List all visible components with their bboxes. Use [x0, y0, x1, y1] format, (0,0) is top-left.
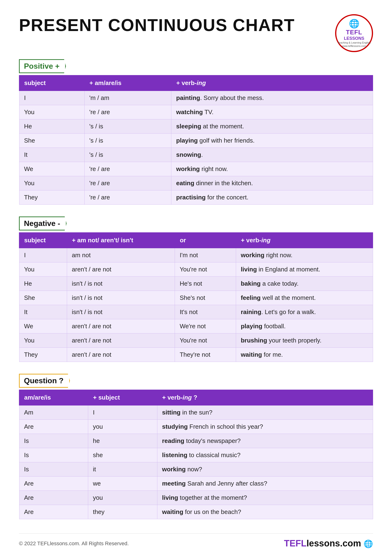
pos-subject: I	[19, 91, 84, 105]
table-row: You aren't / are not You're not brushing…	[19, 333, 373, 348]
positive-header-row: subject + am/are/is + verb-ing	[19, 75, 373, 91]
negative-header-row: subject + am not/ aren't/ isn't or + ver…	[19, 233, 373, 248]
pos-example: playing golf with her friends.	[171, 134, 373, 148]
neg-am-not: aren't / are not	[67, 348, 175, 362]
globe-icon: 🌐	[349, 19, 359, 29]
logo-subtitle: Teaching & Learning English www.teflless…	[337, 41, 371, 48]
pos-example: working right now.	[171, 162, 373, 176]
pos-subject: They	[19, 190, 84, 205]
neg-col-verbing: + verb-ing	[236, 233, 373, 248]
pos-am-are-is: 're / are	[84, 190, 171, 205]
pos-example: sleeping at the moment.	[171, 119, 373, 134]
neg-am-not: am not	[67, 248, 175, 263]
pos-example: watching TV.	[171, 105, 373, 119]
table-row: Are they waiting for us on the beach?	[19, 505, 373, 519]
pos-subject: It	[19, 148, 84, 162]
q-am-are-is: Is	[19, 448, 88, 462]
copyright: © 2022 TEFLlessons.com. All Rights Reser…	[19, 540, 129, 547]
table-row: Are you studying French in school this y…	[19, 420, 373, 434]
question-label: Question ?	[19, 374, 70, 388]
pos-am-are-is: 're / are	[84, 162, 171, 176]
neg-or: I'm not	[175, 248, 236, 263]
q-am-are-is: Is	[19, 462, 88, 477]
pos-col-amis: + am/are/is	[84, 75, 171, 91]
table-row: Is she listening to classical music?	[19, 448, 373, 462]
neg-or: We're not	[175, 319, 236, 333]
neg-am-not: isn't / is not	[67, 305, 175, 319]
footer: © 2022 TEFLlessons.com. All Rights Reser…	[19, 533, 373, 548]
pos-am-are-is: 's / is	[84, 134, 171, 148]
q-am-are-is: Are	[19, 420, 88, 434]
q-subject: you	[88, 491, 157, 505]
table-row: He 's / is sleeping at the moment.	[19, 119, 373, 134]
pos-subject: She	[19, 134, 84, 148]
table-row: We 're / are working right now.	[19, 162, 373, 176]
q-subject: we	[88, 477, 157, 491]
table-row: He isn't / is not He's not baking a cake…	[19, 277, 373, 291]
table-row: You 're / are eating dinner in the kitch…	[19, 176, 373, 190]
table-row: You aren't / are not You're not living i…	[19, 263, 373, 277]
q-example: working now?	[157, 462, 373, 477]
neg-subject: You	[19, 333, 67, 348]
negative-label: Negative -	[19, 216, 67, 230]
q-subject: it	[88, 462, 157, 477]
q-subject: he	[88, 434, 157, 448]
footer-lessons: lessons.com	[307, 538, 361, 548]
q-am-are-is: Are	[19, 505, 88, 519]
neg-subject: We	[19, 319, 67, 333]
neg-am-not: isn't / is not	[67, 291, 175, 305]
neg-example: baking a cake today.	[236, 277, 373, 291]
neg-subject: She	[19, 291, 67, 305]
footer-globe-icon: 🌐	[364, 540, 373, 548]
neg-subject: He	[19, 277, 67, 291]
tefl-logo: 🌐 TEFL LESSONS Teaching & Learning Engli…	[335, 14, 373, 52]
table-row: You 're / are watching TV.	[19, 105, 373, 119]
pos-am-are-is: 's / is	[84, 119, 171, 134]
q-example: sitting in the sun?	[157, 405, 373, 420]
footer-logo: TEFLlessons.com 🌐	[284, 538, 373, 548]
neg-col-amnot: + am not/ aren't/ isn't	[67, 233, 175, 248]
question-header-row: am/are/is + subject + verb-ing ?	[19, 390, 373, 405]
table-row: They 're / are practising for the concer…	[19, 190, 373, 205]
neg-example: living in England at moment.	[236, 263, 373, 277]
neg-example: feeling well at the moment.	[236, 291, 373, 305]
q-subject: she	[88, 448, 157, 462]
q-example: studying French in school this year?	[157, 420, 373, 434]
q-am-are-is: Are	[19, 491, 88, 505]
q-example: meeting Sarah and Jenny after class?	[157, 477, 373, 491]
pos-am-are-is: 'm / am	[84, 91, 171, 105]
q-col-verbing: + verb-ing ?	[157, 390, 373, 405]
neg-example: working right now.	[236, 248, 373, 263]
neg-or: He's not	[175, 277, 236, 291]
neg-or: It's not	[175, 305, 236, 319]
q-example: living together at the moment?	[157, 491, 373, 505]
table-row: It isn't / is not It's not raining. Let'…	[19, 305, 373, 319]
q-subject: you	[88, 420, 157, 434]
neg-or: They're not	[175, 348, 236, 362]
neg-subject: You	[19, 263, 67, 277]
table-row: I 'm / am painting. Sorry about the mess…	[19, 91, 373, 105]
q-col-amis: am/are/is	[19, 390, 88, 405]
neg-am-not: aren't / are not	[67, 263, 175, 277]
pos-am-are-is: 're / are	[84, 176, 171, 190]
question-section: Question ? am/are/is + subject + verb-in…	[19, 374, 373, 519]
neg-subject: I	[19, 248, 67, 263]
neg-example: brushing your teeth properly.	[236, 333, 373, 348]
table-row: She 's / is playing golf with her friend…	[19, 134, 373, 148]
neg-am-not: aren't / are not	[67, 333, 175, 348]
neg-am-not: isn't / is not	[67, 277, 175, 291]
footer-tefl: TEFL	[284, 538, 307, 548]
pos-am-are-is: 's / is	[84, 148, 171, 162]
negative-section: Negative - subject + am not/ aren't/ isn…	[19, 216, 373, 362]
table-row: Am I sitting in the sun?	[19, 405, 373, 420]
table-row: Is it working now?	[19, 462, 373, 477]
table-row: It 's / is snowing.	[19, 148, 373, 162]
pos-subject: You	[19, 105, 84, 119]
table-row: Are we meeting Sarah and Jenny after cla…	[19, 477, 373, 491]
pos-example: practising for the concert.	[171, 190, 373, 205]
table-row: She isn't / is not She's not feeling wel…	[19, 291, 373, 305]
pos-subject: We	[19, 162, 84, 176]
neg-col-subject: subject	[19, 233, 67, 248]
table-row: We aren't / are not We're not playing fo…	[19, 319, 373, 333]
q-subject: I	[88, 405, 157, 420]
